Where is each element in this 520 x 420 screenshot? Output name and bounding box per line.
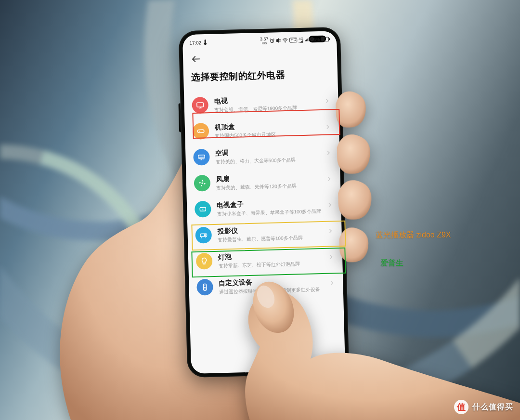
watermark-badge: 值 [454, 400, 468, 414]
svg-rect-20 [204, 287, 206, 288]
device-text: 机顶盒支持国内500多个城市及地区 [215, 120, 325, 139]
tv-icon [192, 97, 208, 114]
svg-point-19 [205, 285, 206, 286]
wifi-icon [283, 38, 288, 43]
device-item-fan[interactable]: 风扇支持美的、戴森、先锋等120多个品牌 [194, 167, 333, 197]
svg-point-13 [201, 183, 203, 184]
svg-point-17 [204, 235, 206, 236]
battery-icon [321, 37, 330, 41]
device-text: 电视支持创维、海信、索尼等1900多个品牌 [214, 94, 324, 113]
annotation-projector: 爱普生 [380, 258, 403, 268]
custom-icon [196, 279, 213, 296]
device-item-ac[interactable]: 空调支持美的、格力、大金等500多个品牌 [193, 141, 332, 171]
svg-rect-9 [197, 103, 204, 107]
device-text: 空调支持美的、格力、大金等500多个品牌 [215, 146, 325, 165]
svg-rect-8 [322, 38, 325, 41]
stb-icon [193, 123, 209, 140]
device-item-stb[interactable]: 机顶盒支持国内500多个城市及地区 [192, 115, 331, 144]
svg-rect-21 [204, 289, 206, 289]
chevron-right-icon [325, 123, 331, 132]
battery-percent: 36% [311, 37, 320, 42]
box-icon [195, 201, 211, 218]
chevron-right-icon [327, 227, 334, 236]
net-speed-icon: 3.57K/s [260, 37, 269, 45]
device-text: 风扇支持美的、戴森、先锋等120多个品牌 [216, 172, 326, 191]
hd-icon: HD [290, 38, 298, 42]
thermometer-icon [203, 39, 207, 45]
fan-icon [194, 175, 210, 192]
status-time: 17:02 [189, 40, 201, 46]
scene-root: 17:02 3.57K/s HD 4G 36% [0, 0, 520, 420]
back-button[interactable] [191, 53, 202, 65]
device-item-box[interactable]: 电视盒子支持小米盒子、奇异果、苹果盒子等100多个品牌 [195, 193, 334, 223]
chevron-right-icon [325, 149, 332, 158]
chevron-right-icon [326, 175, 333, 184]
device-item-tv[interactable]: 电视支持创维、海信、索尼等1900多个品牌 [192, 89, 331, 118]
ac-icon [193, 149, 210, 166]
annotation-tvbox: 蓝光播放器 zidoo Z9X [376, 230, 451, 240]
signal-icon [305, 38, 310, 41]
svg-rect-7 [329, 38, 330, 40]
watermark-text: 什么值得买 [472, 402, 513, 412]
chevron-right-icon [326, 201, 333, 210]
device-text: 投影仪支持爱普生、戴尔、惠普等100多个品牌 [217, 224, 327, 243]
device-item-projector[interactable]: 投影仪支持爱普生、戴尔、惠普等100多个品牌 [195, 219, 334, 249]
svg-point-5 [285, 42, 286, 43]
alarm-icon [270, 38, 275, 43]
device-text: 电视盒子支持小米盒子、奇异果、苹果盒子等100多个品牌 [217, 198, 327, 217]
right-hand [226, 250, 520, 420]
signal-4g-icon: 4G [299, 37, 303, 43]
chevron-right-icon [324, 97, 330, 106]
bulb-icon [196, 253, 213, 270]
svg-point-11 [199, 131, 200, 132]
mute-icon [276, 38, 281, 43]
arrow-left-icon [191, 53, 202, 65]
svg-rect-10 [197, 130, 204, 132]
svg-rect-12 [198, 155, 205, 158]
svg-point-15 [202, 209, 203, 210]
projector-icon [195, 227, 212, 244]
watermark: 值 什么值得买 [454, 400, 513, 414]
page-title: 选择要控制的红外电器 [191, 67, 330, 84]
